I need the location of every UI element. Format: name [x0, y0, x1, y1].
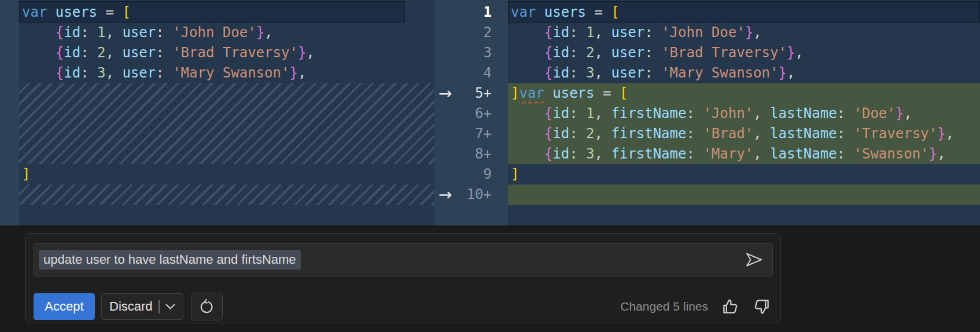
- code-line: ]var users = [: [508, 83, 980, 104]
- gutter-row: 4: [434, 63, 508, 83]
- code-line: ]: [0, 164, 434, 185]
- code-line: var users = [: [508, 2, 980, 23]
- chevron-down-icon[interactable]: [165, 304, 175, 310]
- line-number: 2: [484, 23, 492, 43]
- gutter-row: →5+: [434, 83, 508, 104]
- original-code-pane[interactable]: var users = [ {id: 1, user: 'John Doe'},…: [0, 0, 434, 226]
- thumbs-down-icon: [753, 298, 771, 315]
- change-arrow-icon: →: [439, 83, 452, 104]
- thumbs-down-button[interactable]: [752, 297, 772, 316]
- line-number: 5+: [475, 83, 492, 104]
- gutter-row: 1: [434, 2, 508, 23]
- send-button[interactable]: [741, 248, 767, 271]
- gutter-row: 3: [434, 43, 508, 63]
- code-line: var users = [: [0, 2, 434, 23]
- refresh-icon: [198, 298, 215, 315]
- line-number: 10+: [467, 185, 492, 205]
- change-arrow-icon: →: [439, 185, 452, 205]
- chat-actions-row: Accept Discard Changed 5 lines: [34, 292, 772, 321]
- code-line: {id: 3, user: 'Mary Swanson'},: [508, 63, 980, 83]
- line-number: 3: [484, 43, 492, 63]
- discard-button-label: Discard: [109, 299, 153, 314]
- deleted-lines-hatch: [19, 185, 434, 205]
- gutter-row: →10+: [434, 185, 508, 205]
- line-number: 6+: [475, 104, 492, 124]
- modified-code-pane[interactable]: var users = [ {id: 1, user: 'John Doe'},…: [508, 0, 980, 226]
- code-line: {id: 2, firstName: 'Brad', lastName: 'Tr…: [508, 124, 980, 144]
- gutter-row: 9: [434, 164, 508, 185]
- code-line: ]: [508, 164, 980, 185]
- deleted-lines-hatch: [19, 83, 434, 164]
- inline-chat-widget: update user to have lastName and firtsNa…: [25, 233, 781, 323]
- retry-button[interactable]: [191, 293, 223, 320]
- diff-gutter: 1234→5+6+7+8+9→10+: [434, 0, 508, 226]
- line-number: 8+: [475, 144, 492, 164]
- code-line: {id: 2, user: 'Brad Traversy'},: [508, 43, 980, 63]
- code-line: {id: 1, firstName: 'John', lastName: 'Do…: [508, 104, 980, 124]
- gutter-row: 6+: [434, 104, 508, 124]
- gutter-row: 8+: [434, 144, 508, 164]
- discard-split-divider: [159, 300, 160, 313]
- changed-lines-status: Changed 5 lines: [620, 300, 708, 313]
- send-icon: [744, 252, 764, 268]
- thumbs-up-icon: [721, 298, 739, 315]
- gutter-row: 2: [434, 23, 508, 43]
- line-number: 1: [484, 2, 492, 23]
- line-number: 7+: [475, 124, 492, 144]
- inline-diff-editor: var users = [ {id: 1, user: 'John Doe'},…: [0, 0, 980, 226]
- gutter-row: 7+: [434, 124, 508, 144]
- code-line: {id: 1, user: 'John Doe'},: [0, 23, 434, 43]
- line-number: 9: [484, 164, 492, 185]
- accept-button[interactable]: Accept: [34, 293, 95, 320]
- code-line: {id: 3, firstName: 'Mary', lastName: 'Sw…: [508, 144, 980, 164]
- code-line: {id: 3, user: 'Mary Swanson'},: [0, 63, 434, 83]
- chat-input-selected-text: update user to have lastName and firtsNa…: [39, 250, 301, 270]
- code-line: {id: 2, user: 'Brad Traversy'},: [0, 43, 434, 63]
- chat-feedback-group: Changed 5 lines: [620, 297, 772, 316]
- inline-chat-panel: update user to have lastName and firtsNa…: [0, 226, 980, 332]
- discard-button[interactable]: Discard: [101, 293, 183, 320]
- thumbs-up-button[interactable]: [720, 297, 740, 316]
- chat-input[interactable]: update user to have lastName and firtsNa…: [34, 243, 773, 276]
- line-number: 4: [484, 63, 492, 83]
- code-line: {id: 1, user: 'John Doe'},: [508, 23, 980, 43]
- code-line: [508, 185, 980, 205]
